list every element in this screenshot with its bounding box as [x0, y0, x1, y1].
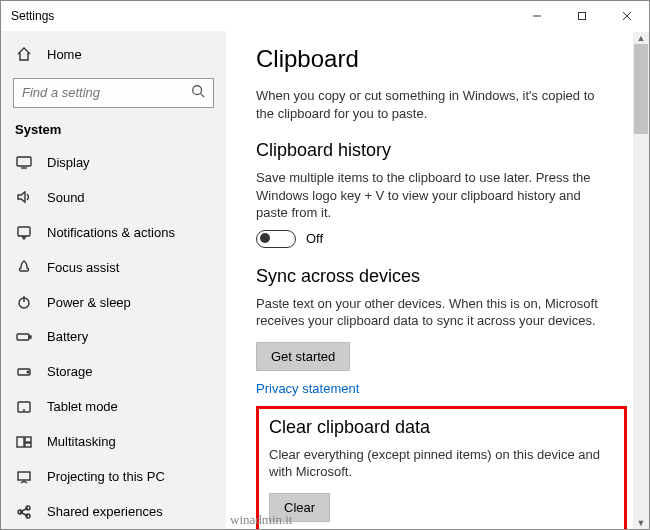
storage-icon: [15, 364, 33, 380]
sidebar-category: System: [1, 118, 226, 145]
sync-text: Paste text on your other devices. When t…: [256, 295, 616, 330]
sidebar-home[interactable]: Home: [1, 37, 226, 72]
sidebar-item-label: Notifications & actions: [47, 225, 175, 240]
focus-assist-icon: [15, 259, 33, 275]
sidebar-item-label: Shared experiences: [47, 504, 163, 519]
sidebar-item-label: Display: [47, 155, 90, 170]
history-heading: Clipboard history: [256, 140, 627, 161]
sidebar-item-tablet-mode[interactable]: Tablet mode: [1, 389, 226, 424]
power-icon: [15, 294, 33, 310]
sidebar-item-storage[interactable]: Storage: [1, 354, 226, 389]
sidebar-item-shared-experiences[interactable]: Shared experiences: [1, 494, 226, 529]
sidebar-item-sound[interactable]: Sound: [1, 180, 226, 215]
sidebar-item-label: Storage: [47, 364, 93, 379]
battery-icon: [15, 329, 33, 345]
sidebar-item-label: Multitasking: [47, 434, 116, 449]
sidebar-home-label: Home: [47, 47, 82, 62]
sidebar-item-battery[interactable]: Battery: [1, 320, 226, 355]
multitasking-icon: [15, 434, 33, 450]
sound-icon: [15, 189, 33, 205]
close-button[interactable]: [604, 1, 649, 31]
shared-experiences-icon: [15, 504, 33, 520]
search-wrap: [1, 72, 226, 118]
search-box[interactable]: [13, 78, 214, 108]
svg-rect-19: [25, 443, 31, 447]
sidebar-item-label: Power & sleep: [47, 295, 131, 310]
tablet-icon: [15, 399, 33, 415]
svg-point-4: [193, 86, 202, 95]
svg-rect-11: [17, 334, 29, 340]
get-started-button[interactable]: Get started: [256, 342, 350, 371]
privacy-link[interactable]: Privacy statement: [256, 381, 359, 396]
home-icon: [15, 46, 33, 62]
svg-rect-1: [578, 13, 585, 20]
search-icon: [191, 84, 205, 101]
sidebar-item-display[interactable]: Display: [1, 145, 226, 180]
body: Home System Display Sound Notifications …: [1, 31, 649, 529]
watermark: winadmin.it: [230, 512, 292, 528]
highlight-box: Clear clipboard data Clear everything (e…: [256, 406, 627, 529]
page-title: Clipboard: [256, 45, 627, 73]
search-input[interactable]: [22, 85, 191, 100]
sidebar: Home System Display Sound Notifications …: [1, 31, 226, 529]
svg-rect-12: [29, 336, 31, 338]
scroll-up-icon[interactable]: ▲: [633, 32, 649, 44]
scroll-down-icon[interactable]: ▼: [633, 517, 649, 529]
svg-rect-20: [18, 472, 30, 480]
svg-rect-8: [18, 227, 30, 236]
maximize-button[interactable]: [559, 1, 604, 31]
notifications-icon: [15, 224, 33, 240]
sidebar-item-projecting[interactable]: Projecting to this PC: [1, 459, 226, 494]
clear-heading: Clear clipboard data: [269, 417, 614, 438]
projecting-icon: [15, 469, 33, 485]
svg-rect-17: [17, 437, 24, 447]
svg-line-5: [201, 94, 205, 98]
intro-text: When you copy or cut something in Window…: [256, 87, 616, 122]
history-text: Save multiple items to the clipboard to …: [256, 169, 616, 222]
sidebar-item-label: Focus assist: [47, 260, 119, 275]
svg-point-14: [27, 371, 29, 373]
history-toggle[interactable]: [256, 230, 296, 248]
window-title: Settings: [11, 9, 514, 23]
titlebar: Settings: [1, 1, 649, 31]
sync-heading: Sync across devices: [256, 266, 627, 287]
svg-rect-6: [17, 157, 31, 166]
sidebar-item-label: Projecting to this PC: [47, 469, 165, 484]
sidebar-item-multitasking[interactable]: Multitasking: [1, 424, 226, 459]
sidebar-item-focus-assist[interactable]: Focus assist: [1, 250, 226, 285]
content-pane: Clipboard When you copy or cut something…: [226, 31, 649, 529]
scroll-thumb[interactable]: [634, 44, 648, 134]
sidebar-item-label: Tablet mode: [47, 399, 118, 414]
display-icon: [15, 154, 33, 170]
window-controls: [514, 1, 649, 31]
settings-window: Settings Home System Display: [0, 0, 650, 530]
svg-rect-18: [25, 437, 31, 442]
sidebar-item-notifications[interactable]: Notifications & actions: [1, 215, 226, 250]
sidebar-item-power-sleep[interactable]: Power & sleep: [1, 285, 226, 320]
history-toggle-label: Off: [306, 231, 323, 246]
history-toggle-row: Off: [256, 230, 627, 248]
toggle-knob: [260, 233, 270, 243]
sidebar-item-label: Sound: [47, 190, 85, 205]
sidebar-item-label: Battery: [47, 329, 88, 344]
scrollbar[interactable]: ▲ ▼: [633, 32, 649, 529]
minimize-button[interactable]: [514, 1, 559, 31]
clear-text: Clear everything (except pinned items) o…: [269, 446, 614, 481]
